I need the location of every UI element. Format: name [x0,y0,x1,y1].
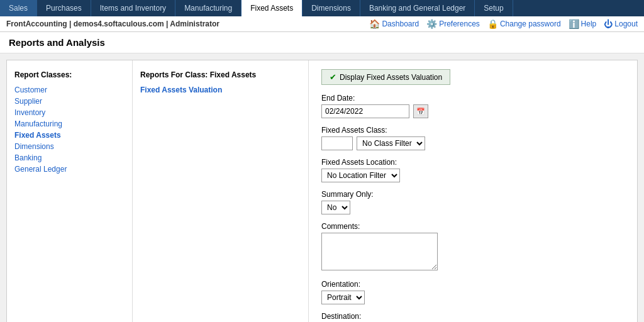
sidebar-item-fixed-assets[interactable]: Fixed Assets [14,130,125,141]
class-row: No Class Filter [321,136,625,150]
comments-label: Comments: [321,222,625,231]
nav-tab-purchases[interactable]: Purchases [37,0,91,16]
fixed-assets-location-label: Fixed Assets Location: [321,158,625,167]
nav-tab-dimensions[interactable]: Dimensions [303,0,360,16]
orientation-label: Orientation: [321,280,625,289]
sidebar-item-dimensions[interactable]: Dimensions [14,141,125,152]
sidebar-item-customer[interactable]: Customer [14,84,125,96]
destination-group: Destination: PDF/Printer [321,312,625,322]
reports-for-class-heading: Reports For Class: Fixed Assets [140,70,301,79]
sidebar-item-supplier[interactable]: Supplier [14,96,125,107]
class-filter-select[interactable]: No Class Filter [357,136,425,150]
logout-link[interactable]: ⏻ Logout [604,19,638,29]
sidebar-item-general-ledger[interactable]: General Ledger [14,164,125,175]
summary-only-group: Summary Only: No [321,190,625,214]
sidebar-item-manufacturing[interactable]: Manufacturing [14,118,125,130]
fixed-assets-valuation-link[interactable]: Fixed Assets Valuation [140,84,301,96]
left-sidebar: Report Classes: Customer Supplier Invent… [7,60,133,322]
right-panel: ✔ Display Fixed Assets Valuation End Dat… [309,60,637,322]
orientation-group: Orientation: Portrait [321,280,625,304]
calendar-button[interactable]: 📅 [413,104,428,118]
change-password-link[interactable]: 🔒 Change password [487,19,561,29]
help-link[interactable]: ℹ️ Help [569,19,597,29]
nav-tab-manufacturing[interactable]: Manufacturing [175,0,242,16]
orientation-select[interactable]: Portrait [321,291,365,304]
nav-tab-fixed-assets[interactable]: Fixed Assets [242,0,303,16]
display-button[interactable]: ✔ Display Fixed Assets Valuation [321,69,450,85]
logout-icon: ⏻ [604,19,613,29]
site-info: FrontAccounting | demos4.softaculous.com… [6,19,219,28]
summary-only-select[interactable]: No [321,201,350,214]
fixed-assets-location-group: Fixed Assets Location: No Location Filte… [321,158,625,182]
nav-tab-setup[interactable]: Setup [475,0,513,16]
end-date-input[interactable] [321,104,409,118]
comments-group: Comments: [321,222,625,272]
end-date-group: End Date: 📅 [321,94,625,118]
report-classes-heading: Report Classes: [14,70,125,79]
dashboard-link[interactable]: 🏠 Dashboard [369,19,419,29]
fixed-assets-class-label: Fixed Assets Class: [321,126,625,135]
sidebar-item-banking[interactable]: Banking [14,152,125,164]
comments-textarea[interactable] [321,233,438,270]
dashboard-icon: 🏠 [369,19,380,29]
help-icon: ℹ️ [569,19,579,29]
end-date-row: 📅 [321,104,625,118]
top-navigation: Sales Purchases Items and Inventory Manu… [0,0,644,16]
checkmark-icon: ✔ [330,72,336,82]
preferences-icon: ⚙️ [426,19,437,29]
header-bar: FrontAccounting | demos4.softaculous.com… [0,16,644,32]
class-code-input[interactable] [321,136,353,150]
nav-tab-items-inventory[interactable]: Items and Inventory [91,0,175,16]
main-content: Report Classes: Customer Supplier Invent… [6,60,638,322]
preferences-link[interactable]: ⚙️ Preferences [426,19,480,29]
header-actions: 🏠 Dashboard ⚙️ Preferences 🔒 Change pass… [369,19,638,29]
end-date-label: End Date: [321,94,625,103]
nav-tab-banking-gl[interactable]: Banking and General Ledger [360,0,475,16]
fixed-assets-class-group: Fixed Assets Class: No Class Filter [321,126,625,150]
lock-icon: 🔒 [487,19,498,29]
page-title: Reports and Analysis [0,32,644,53]
sidebar-item-inventory[interactable]: Inventory [14,107,125,118]
nav-tab-sales[interactable]: Sales [0,0,37,16]
location-filter-select[interactable]: No Location Filter [321,169,400,182]
summary-only-label: Summary Only: [321,190,625,199]
destination-label: Destination: [321,312,625,321]
middle-section: Reports For Class: Fixed Assets Fixed As… [133,60,309,322]
